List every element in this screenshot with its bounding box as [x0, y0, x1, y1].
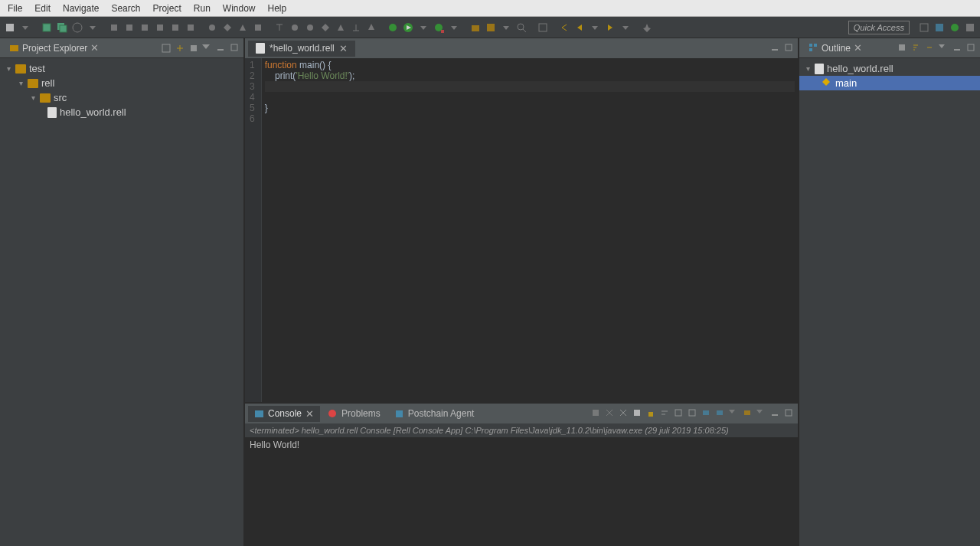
editor-body[interactable]: 1 2 3 4 5 6 function main() { print('Hel… [245, 58, 798, 402]
open-task-icon[interactable] [536, 21, 550, 34]
save-icon[interactable] [40, 21, 54, 34]
square-icon[interactable] [251, 21, 265, 34]
expand-icon[interactable]: ▾ [5, 64, 12, 73]
triangle-icon[interactable] [236, 21, 250, 34]
maximize-icon[interactable] [966, 43, 977, 54]
quick-access-input[interactable]: Quick Access [848, 21, 910, 34]
diamond-icon[interactable] [220, 21, 234, 34]
sort-icon[interactable] [911, 43, 922, 54]
triangle-icon[interactable] [334, 21, 348, 34]
menu-navigate[interactable]: Navigate [58, 2, 103, 15]
word-wrap-icon[interactable] [660, 408, 671, 419]
menu-help[interactable]: Help [263, 2, 292, 15]
project-tree[interactable]: ▾ test ▾ rell ▾ src hello_world.rell [0, 58, 243, 123]
dropdown-icon[interactable] [756, 408, 767, 419]
focus-icon[interactable] [897, 43, 908, 54]
close-icon[interactable]: ✕ [305, 408, 314, 420]
tree-item-file[interactable]: hello_world.rell [0, 105, 243, 119]
remove-all-icon[interactable] [619, 408, 629, 419]
toggle-breakpoint-icon[interactable] [107, 21, 121, 34]
dropdown-icon[interactable] [416, 21, 430, 34]
dropdown-icon[interactable] [619, 21, 632, 34]
resume-icon[interactable] [138, 21, 152, 34]
console-output[interactable]: Hello World! [245, 438, 798, 546]
maximize-icon[interactable] [230, 43, 240, 54]
perspective-icon[interactable] [917, 21, 931, 34]
menu-file[interactable]: File [3, 2, 27, 15]
tab-problems[interactable]: Problems [322, 406, 387, 421]
tab-console[interactable]: Console ✕ [248, 406, 320, 422]
pin-icon[interactable] [640, 21, 654, 34]
display-selected-icon[interactable] [701, 408, 712, 419]
minimize-icon[interactable] [216, 43, 227, 54]
dropdown-icon[interactable] [86, 21, 100, 34]
new-icon[interactable] [3, 21, 17, 34]
circle-icon[interactable] [205, 21, 219, 34]
step-return-icon[interactable] [349, 21, 363, 34]
link-icon[interactable] [925, 43, 936, 54]
menu-run[interactable]: Run [189, 2, 215, 15]
pin-console-icon[interactable] [674, 408, 684, 419]
back-history-icon[interactable] [557, 21, 571, 34]
maximize-icon[interactable] [784, 43, 795, 54]
run-last-icon[interactable] [432, 21, 446, 34]
collapse-all-icon[interactable] [161, 43, 172, 54]
minimize-icon[interactable] [952, 43, 963, 54]
perspective-debug-icon[interactable] [948, 21, 962, 34]
new-console-icon[interactable] [743, 408, 753, 419]
perspective-resource-icon[interactable] [963, 21, 977, 34]
menu-window[interactable]: Window [218, 2, 260, 15]
drop-icon[interactable] [364, 21, 378, 34]
open-console-icon[interactable] [715, 408, 726, 419]
project-explorer-tab[interactable]: Project Explorer ✕ [3, 40, 105, 56]
circle-icon[interactable] [288, 21, 302, 34]
view-menu-icon[interactable] [202, 43, 213, 54]
menu-search[interactable]: Search [106, 2, 145, 15]
dropdown-icon[interactable] [447, 21, 461, 34]
link-editor-icon[interactable] [175, 43, 185, 54]
open-type-icon[interactable] [484, 21, 498, 34]
editor-tab[interactable]: *hello_world.rell ✕ [248, 41, 355, 57]
outline-item-symbol[interactable]: main [799, 76, 980, 90]
step-icon[interactable] [184, 21, 198, 34]
dropdown-icon[interactable] [588, 21, 602, 34]
step-into-icon[interactable] [273, 21, 286, 34]
debug-icon[interactable] [386, 21, 400, 34]
outline-tree[interactable]: ▾ hello_world.rell main [799, 58, 980, 93]
minimize-icon[interactable] [770, 408, 781, 419]
view-menu-icon[interactable] [939, 43, 949, 54]
forward-icon[interactable] [603, 21, 617, 34]
dropdown-icon[interactable] [499, 21, 513, 34]
tree-item-folder[interactable]: ▾ rell [0, 76, 243, 90]
expand-icon[interactable]: ▾ [804, 64, 812, 73]
maximize-icon[interactable] [784, 408, 795, 419]
circle-icon[interactable] [303, 21, 317, 34]
close-icon[interactable]: ✕ [90, 42, 99, 54]
run-icon[interactable] [401, 21, 415, 34]
minimize-icon[interactable] [770, 43, 781, 54]
diamond-icon[interactable] [318, 21, 332, 34]
new-folder-icon[interactable] [469, 21, 482, 34]
scroll-lock-icon[interactable] [646, 408, 657, 419]
search-icon[interactable] [514, 21, 528, 34]
menu-project[interactable]: Project [148, 2, 185, 15]
focus-icon[interactable] [188, 43, 199, 54]
close-icon[interactable]: ✕ [854, 42, 862, 54]
skip-breakpoints-icon[interactable] [122, 21, 136, 34]
globe-icon[interactable] [70, 21, 84, 34]
clear-console-icon[interactable] [632, 408, 643, 419]
back-icon[interactable] [573, 21, 586, 34]
code-content[interactable]: function main() { print('Hello World!');… [262, 58, 798, 402]
expand-icon[interactable]: ▾ [29, 93, 37, 102]
terminate-icon[interactable] [591, 408, 602, 419]
show-console-icon[interactable] [688, 408, 698, 419]
close-icon[interactable]: ✕ [339, 43, 348, 54]
menu-edit[interactable]: Edit [30, 2, 55, 15]
perspective-java-icon[interactable] [933, 21, 946, 34]
suspend-icon[interactable] [153, 21, 167, 34]
tree-item-project[interactable]: ▾ test [0, 61, 243, 76]
expand-icon[interactable]: ▾ [17, 79, 24, 87]
terminate-icon[interactable] [168, 21, 182, 34]
outline-tab[interactable]: Outline ✕ [802, 40, 868, 56]
tab-postchain[interactable]: Postchain Agent [388, 406, 481, 421]
